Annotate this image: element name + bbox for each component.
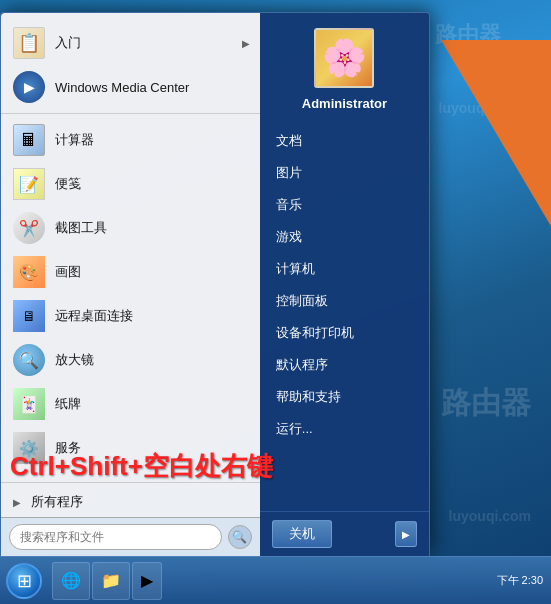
start-menu: 📋 入门 ▶ ▶ Windows Media Center 🖩 计算器 📝 便笺: [0, 12, 430, 556]
calc-icon: 🖩: [13, 124, 45, 156]
wmc-label: Windows Media Center: [55, 80, 189, 95]
menu-item-notepad[interactable]: 📝 便笺: [1, 162, 260, 206]
right-menu-games[interactable]: 游戏: [260, 221, 429, 253]
menu-items-list: 📋 入门 ▶ ▶ Windows Media Center 🖩 计算器 📝 便笺: [1, 13, 260, 478]
rdp-label: 远程桌面连接: [55, 307, 133, 325]
menu-item-solitaire[interactable]: 🃏 纸牌: [1, 382, 260, 426]
watermark-4: luyouqi.com: [449, 508, 531, 524]
search-input[interactable]: [9, 524, 222, 550]
intro-icon: 📋: [13, 27, 45, 59]
windows-logo: ⊞: [17, 570, 32, 592]
start-button[interactable]: ⊞: [0, 557, 48, 605]
magnifier-icon: 🔍: [13, 344, 45, 376]
shutdown-arrow-button[interactable]: ▶: [395, 521, 417, 547]
user-avatar: [314, 28, 374, 88]
right-menu-help[interactable]: 帮助和支持: [260, 381, 429, 413]
explorer-icon: 📁: [101, 571, 121, 590]
intro-label: 入门: [55, 34, 81, 52]
all-programs-label: 所有程序: [31, 493, 83, 511]
menu-item-snip[interactable]: ✂️ 截图工具: [1, 206, 260, 250]
solitaire-label: 纸牌: [55, 395, 81, 413]
separator-bottom: [1, 482, 260, 483]
start-orb: ⊞: [6, 563, 42, 599]
right-menu-documents[interactable]: 文档: [260, 125, 429, 157]
taskbar-item-ie[interactable]: 🌐: [52, 562, 90, 600]
right-menu-music[interactable]: 音乐: [260, 189, 429, 221]
intro-arrow: ▶: [242, 38, 250, 49]
menu-item-services[interactable]: ⚙️ 服务: [1, 426, 260, 470]
taskbar-item-explorer[interactable]: 📁: [92, 562, 130, 600]
notepad-icon: 📝: [13, 168, 45, 200]
left-panel: 📋 入门 ▶ ▶ Windows Media Center 🖩 计算器 📝 便笺: [1, 13, 260, 556]
watermark-3: 路由器: [441, 383, 531, 424]
snip-icon: ✂️: [13, 212, 45, 244]
menu-item-magnifier[interactable]: 🔍 放大镜: [1, 338, 260, 382]
right-menu-run[interactable]: 运行...: [260, 413, 429, 445]
right-menu-items: 文档 图片 音乐 游戏 计算机 控制面板 设备和打印机 默认程序 帮助和支持 运…: [260, 121, 429, 511]
search-button[interactable]: 🔍: [228, 525, 252, 549]
menu-item-intro[interactable]: 📋 入门 ▶: [1, 21, 260, 65]
taskbar: ⊞ 🌐 📁 ▶ 下午 2:30: [0, 556, 551, 604]
right-menu-pictures[interactable]: 图片: [260, 157, 429, 189]
paint-icon: 🎨: [13, 256, 45, 288]
calc-label: 计算器: [55, 131, 94, 149]
right-menu-controlpanel[interactable]: 控制面板: [260, 285, 429, 317]
notepad-label: 便笺: [55, 175, 81, 193]
services-icon: ⚙️: [13, 432, 45, 464]
services-label: 服务: [55, 439, 81, 457]
menu-item-rdp[interactable]: 🖥 远程桌面连接: [1, 294, 260, 338]
right-panel: Administrator 文档 图片 音乐 游戏 计算机 控制面板 设备和打印…: [260, 13, 429, 556]
system-tray: 下午 2:30: [489, 573, 551, 588]
right-menu-default-programs[interactable]: 默认程序: [260, 349, 429, 381]
triangle-decoration: [431, 0, 551, 250]
menu-item-paint[interactable]: 🎨 画图: [1, 250, 260, 294]
paint-label: 画图: [55, 263, 81, 281]
media-icon: ▶: [141, 571, 153, 590]
right-menu-devices[interactable]: 设备和打印机: [260, 317, 429, 349]
clock: 下午 2:30: [497, 573, 543, 588]
shutdown-button[interactable]: 关机: [272, 520, 332, 548]
solitaire-icon: 🃏: [13, 388, 45, 420]
all-programs-arrow: ▶: [13, 497, 21, 508]
power-section: 关机 ▶: [260, 511, 429, 556]
separator-1: [1, 113, 260, 114]
ie-icon: 🌐: [61, 571, 81, 590]
menu-item-calc[interactable]: 🖩 计算器: [1, 118, 260, 162]
menu-item-wmc[interactable]: ▶ Windows Media Center: [1, 65, 260, 109]
taskbar-pinned-items: 🌐 📁 ▶: [48, 562, 489, 600]
search-bar: 🔍: [1, 517, 260, 556]
rdp-icon: 🖥: [13, 300, 45, 332]
taskbar-item-media[interactable]: ▶: [132, 562, 162, 600]
magnifier-label: 放大镜: [55, 351, 94, 369]
snip-label: 截图工具: [55, 219, 107, 237]
right-menu-computer[interactable]: 计算机: [260, 253, 429, 285]
all-programs-item[interactable]: ▶ 所有程序: [1, 487, 260, 517]
desktop: 路由器 luyouqi.com 路由器 luyouqi.com luyouqi.…: [0, 0, 551, 604]
wmc-icon: ▶: [13, 71, 45, 103]
user-section: Administrator: [260, 13, 429, 121]
username: Administrator: [302, 96, 387, 111]
